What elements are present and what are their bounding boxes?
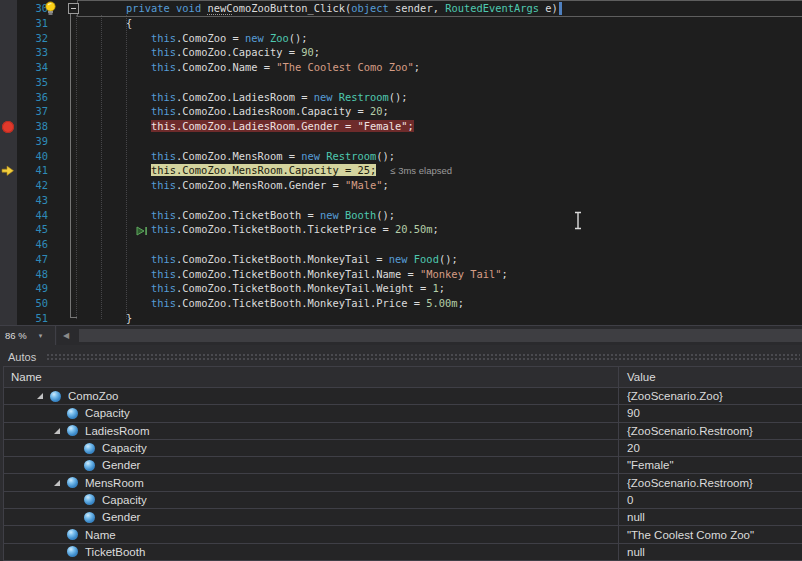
glyph-margin[interactable] [0,281,17,296]
scroll-left-icon[interactable]: ◀ [63,331,69,341]
variable-value-cell[interactable]: 20 [618,440,802,456]
variable-name-cell[interactable]: Capacity [4,492,618,508]
code-text[interactable]: this.ComoZoo.TicketBooth.MonkeyTail.Weig… [76,281,802,296]
variable-value-cell[interactable]: {ZooScenario.Restroom} [618,474,802,490]
code-editor[interactable]: 30 private void newComoZooButton_Click(o… [0,0,802,325]
outlining-margin[interactable] [52,45,76,60]
code-text[interactable]: this.ComoZoo.TicketBooth.TicketPrice = 2… [76,222,802,237]
code-text[interactable]: this.ComoZoo.MensRoom.Capacity = 25;≤ 3m… [76,163,802,178]
code-text[interactable]: { [76,16,802,31]
code-text[interactable]: this.ComoZoo.LadiesRoom = new Restroom()… [76,90,802,105]
glyph-margin[interactable] [0,222,17,237]
breakpoint-icon[interactable] [2,121,14,133]
glyph-margin[interactable] [0,1,17,16]
autos-row[interactable]: ComoZoo{ZooScenario.Zoo} [4,388,802,405]
outlining-margin[interactable] [52,222,76,237]
glyph-margin[interactable] [0,252,17,267]
code-text[interactable]: this.ComoZoo.TicketBooth = new Booth(); [76,208,802,223]
variable-name-cell[interactable]: Gender [4,509,618,525]
autos-row[interactable]: Capacity90 [4,405,802,422]
outlining-margin[interactable] [52,178,76,193]
column-header-value[interactable]: Value [618,367,802,387]
outlining-margin[interactable] [52,193,76,208]
glyph-margin[interactable] [0,119,17,134]
code-text[interactable]: this.ComoZoo.LadiesRoom.Capacity = 20; [76,104,802,119]
autos-row[interactable]: Capacity20 [4,440,802,457]
variable-value-cell[interactable]: null [618,509,802,525]
lightbulb-icon[interactable] [44,1,57,20]
glyph-margin[interactable] [0,75,17,90]
variable-name-cell[interactable]: Capacity [4,405,618,421]
variable-value-cell[interactable]: 90 [618,405,802,421]
glyph-margin[interactable] [0,311,17,325]
code-text[interactable]: this.ComoZoo.Capacity = 90; [76,45,802,60]
code-text[interactable] [76,193,802,208]
outlining-margin[interactable] [52,134,76,149]
glyph-margin[interactable] [0,104,17,119]
code-text[interactable]: this.ComoZoo.TicketBooth.MonkeyTail.Name… [76,267,802,282]
variable-name-cell[interactable]: Name [4,526,618,542]
variable-name-cell[interactable]: ComoZoo [4,388,618,404]
outlining-margin[interactable] [52,31,76,46]
glyph-margin[interactable] [0,208,17,223]
variable-value-cell[interactable]: null [618,544,802,560]
glyph-margin[interactable] [0,16,17,31]
glyph-margin[interactable] [0,31,17,46]
code-text[interactable] [76,134,802,149]
glyph-margin[interactable] [0,134,17,149]
variable-value-cell[interactable]: "The Coolest Como Zoo" [618,526,802,542]
code-text[interactable]: private void newComoZooButton_Click(obje… [76,1,802,16]
code-text[interactable]: this.ComoZoo = new Zoo(); [76,31,802,46]
code-text[interactable]: this.ComoZoo.MensRoom.Gender = "Male"; [76,178,802,193]
code-text[interactable]: } [76,311,802,325]
glyph-margin[interactable] [0,90,17,105]
column-header-name[interactable]: Name [4,367,618,387]
glyph-margin[interactable] [0,296,17,311]
glyph-margin[interactable] [0,163,17,178]
expander-icon[interactable] [36,392,44,400]
autos-row[interactable]: Gendernull [4,509,802,526]
autos-row[interactable]: Capacity0 [4,492,802,509]
autos-row[interactable]: Gender"Female" [4,457,802,474]
outlining-margin[interactable] [52,311,76,325]
variable-name-cell[interactable]: MensRoom [4,474,618,490]
variable-name-cell[interactable]: TicketBooth [4,544,618,560]
scrollbar-thumb[interactable] [79,329,802,342]
autos-row[interactable]: LadiesRoom{ZooScenario.Restroom} [4,423,802,440]
expander-icon[interactable] [53,479,61,487]
outlining-margin[interactable] [52,75,76,90]
outlining-margin[interactable] [52,163,76,178]
code-text[interactable]: this.ComoZoo.TicketBooth.MonkeyTail = ne… [76,252,802,267]
outlining-margin[interactable] [52,252,76,267]
glyph-margin[interactable] [0,178,17,193]
variable-value-cell[interactable]: {ZooScenario.Zoo} [618,388,802,404]
outlining-margin[interactable] [52,119,76,134]
outlining-margin[interactable] [52,149,76,164]
outlining-margin[interactable] [52,237,76,252]
glyph-margin[interactable] [0,149,17,164]
outlining-margin[interactable] [52,267,76,282]
autos-row[interactable]: TicketBoothnull [4,544,802,561]
outlining-margin[interactable] [52,60,76,75]
glyph-margin[interactable] [0,267,17,282]
code-text[interactable]: this.ComoZoo.Name = "The Coolest Como Zo… [76,60,802,75]
variable-name-cell[interactable]: Gender [4,457,618,473]
outlining-margin[interactable] [52,90,76,105]
code-text[interactable]: this.ComoZoo.LadiesRoom.Gender = "Female… [76,119,802,134]
glyph-margin[interactable] [0,60,17,75]
variable-value-cell[interactable]: "Female" [618,457,802,473]
outlining-margin[interactable] [52,296,76,311]
code-text[interactable]: this.ComoZoo.TicketBooth.MonkeyTail.Pric… [76,296,802,311]
run-to-click-icon[interactable] [136,223,148,241]
outlining-margin[interactable] [52,281,76,296]
outlining-margin[interactable] [52,104,76,119]
expander-icon[interactable] [53,427,61,435]
glyph-margin[interactable] [0,193,17,208]
code-text[interactable] [76,237,802,252]
variable-value-cell[interactable]: {ZooScenario.Restroom} [618,423,802,439]
autos-row[interactable]: Name"The Coolest Como Zoo" [4,526,802,543]
code-text[interactable] [76,75,802,90]
variable-value-cell[interactable]: 0 [618,492,802,508]
horizontal-scrollbar[interactable]: ◀ [57,326,802,345]
zoom-level-dropdown[interactable]: 86 % ▾ [0,326,56,345]
